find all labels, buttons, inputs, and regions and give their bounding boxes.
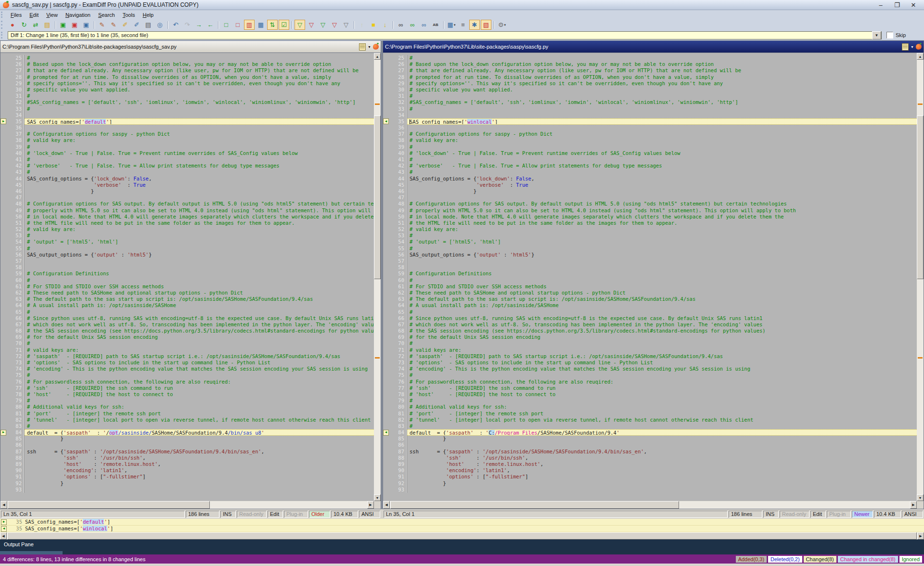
- menu-navigation[interactable]: Navigation: [62, 11, 94, 19]
- scroll-right-icon[interactable]: ▶: [917, 532, 924, 540]
- header-file-icon[interactable]: [359, 43, 366, 51]
- line-text[interactable]: [407, 442, 917, 448]
- menu-files[interactable]: Files: [7, 11, 26, 19]
- scroll-right-icon[interactable]: ▶: [910, 501, 917, 509]
- line-text[interactable]: # 'options' - SAS options to include in …: [25, 360, 374, 366]
- line-text[interactable]: # Additional valid keys for ssh:: [407, 404, 917, 410]
- next-change-icon[interactable]: ↓: [380, 20, 390, 30]
- menu-edit[interactable]: Edit: [26, 11, 42, 19]
- diff-dropdown-icon[interactable]: ▼: [872, 31, 881, 39]
- detail-hscroll-thumb[interactable]: [7, 532, 917, 540]
- line-text[interactable]: # 'output' = ['html5', 'html']: [25, 239, 374, 245]
- recompare-both-icon[interactable]: ⇄: [30, 20, 41, 30]
- line-text[interactable]: #: [25, 55, 374, 61]
- status-edit[interactable]: Edit: [810, 511, 826, 518]
- line-text[interactable]: default = {'saspath' : '/opt/sasinside/S…: [25, 429, 374, 436]
- line-text[interactable]: # valid key are:: [25, 226, 374, 232]
- menu-tools[interactable]: Tools: [119, 11, 139, 19]
- line-text[interactable]: # for the default Unix SAS session encod…: [407, 334, 917, 340]
- line-text[interactable]: # Configuration options for saspy - pyth…: [25, 131, 374, 137]
- line-text[interactable]: # A usual install path is: /opt/sasinsid…: [25, 302, 374, 309]
- view-layout-icon[interactable]: ▦▾: [446, 20, 457, 30]
- line-text[interactable]: #: [407, 156, 917, 163]
- show-identical-icon[interactable]: □: [221, 20, 231, 30]
- line-text[interactable]: #: [407, 144, 917, 150]
- output-pane-tab[interactable]: [0, 551, 63, 554]
- line-text[interactable]: # These need path to SASHome and optiona…: [407, 290, 917, 296]
- diff-marker-tick[interactable]: [918, 357, 923, 359]
- plugins-icon[interactable]: ✱: [469, 20, 480, 30]
- line-text[interactable]: # 'verbose' - True | False. True = Allow…: [407, 163, 917, 169]
- line-text[interactable]: # For STDIO and STDIO over SSH access me…: [407, 283, 917, 290]
- line-text[interactable]: # 'tunnel' - [integer] local port to ope…: [407, 417, 917, 423]
- line-text[interactable]: 'options' : ["-fullstimer"]: [407, 474, 917, 480]
- second-hscrollbar[interactable]: ◀ ▶: [383, 501, 917, 509]
- status-edit[interactable]: Edit: [268, 511, 283, 518]
- line-text[interactable]: 'ssh' : '/usr/bin/ssh',: [407, 455, 917, 461]
- diff-arrow-right-icon[interactable]: ▶: [0, 430, 6, 436]
- line-text[interactable]: # in local mode. Note that HTML 4.0 will…: [407, 214, 917, 220]
- line-text[interactable]: # that are defined already. Any necessar…: [407, 67, 917, 74]
- line-text[interactable]: [407, 487, 917, 493]
- diff-combo-box[interactable]: Diff 1: Change 1 line (35, first file) t…: [8, 31, 882, 39]
- print-preview-icon[interactable]: ◎: [154, 20, 165, 30]
- line-text[interactable]: # valid key are:: [407, 226, 917, 232]
- line-text[interactable]: [407, 125, 917, 131]
- line-text[interactable]: 'encoding': 'latin1',: [407, 467, 917, 474]
- line-text[interactable]: #SAS_config_names = ['default', 'ssh', '…: [407, 99, 917, 105]
- legend-changed-8-[interactable]: Changed(8): [804, 556, 836, 563]
- line-text[interactable]: }: [25, 480, 374, 487]
- line-text[interactable]: # 'encoding' - This is the python encodi…: [407, 366, 917, 372]
- line-text[interactable]: # Configuration options for saspy - pyth…: [407, 131, 917, 137]
- line-text[interactable]: # Configuration Definitions: [407, 270, 917, 277]
- legend-added-0-3-[interactable]: Added(0,3): [736, 556, 767, 563]
- line-text[interactable]: # For passwordless ssh connection, the f…: [25, 379, 374, 385]
- show-different-icon[interactable]: □: [232, 20, 243, 30]
- prev-difference-icon[interactable]: ←: [205, 20, 216, 30]
- line-text[interactable]: #: [407, 93, 917, 99]
- line-text[interactable]: #: [25, 106, 374, 112]
- scroll-right-icon[interactable]: ▶: [367, 501, 374, 509]
- diff-arrow-right-icon[interactable]: ▶: [0, 118, 6, 124]
- scroll-down-icon[interactable]: ▼: [917, 494, 924, 501]
- line-text[interactable]: [25, 194, 374, 201]
- line-text[interactable]: #: [407, 106, 917, 112]
- line-text[interactable]: }: [25, 188, 374, 194]
- line-text[interactable]: }: [407, 480, 917, 487]
- legend-deleted-0-2-[interactable]: Deleted(0,2): [768, 556, 802, 563]
- line-text[interactable]: # 'port' - [integer] the remote ssh port: [25, 411, 374, 417]
- header-app-icon[interactable]: [916, 44, 922, 50]
- redo-icon[interactable]: ↷: [182, 20, 192, 30]
- line-text[interactable]: #: [407, 232, 917, 239]
- scroll-up-icon[interactable]: ▲: [374, 53, 381, 60]
- line-text[interactable]: 'verbose' : True: [407, 182, 917, 188]
- line-text[interactable]: [407, 264, 917, 270]
- print-icon[interactable]: ▤: [143, 20, 154, 30]
- sync-scroll-icon[interactable]: ⇅: [267, 20, 278, 30]
- line-text[interactable]: 'ssh' : '/usr/bin/ssh',: [25, 455, 374, 461]
- find-icon[interactable]: ∞: [396, 20, 406, 30]
- line-text[interactable]: # A usual install path is: /opt/sasinsid…: [407, 302, 917, 309]
- line-text[interactable]: # valid key are:: [25, 137, 374, 143]
- diff-arrow-left-icon[interactable]: ◀: [383, 430, 389, 436]
- line-text[interactable]: # Configuration options for SAS output. …: [25, 201, 374, 207]
- menu-view[interactable]: View: [42, 11, 62, 19]
- save-first-icon[interactable]: ▣: [58, 20, 68, 30]
- line-text[interactable]: # prompted for at run time. To dissallow…: [25, 74, 374, 80]
- line-text[interactable]: # 'saspath' - [REQUIRED] path to SAS sta…: [25, 353, 374, 360]
- save-second-icon[interactable]: ▣: [69, 20, 80, 30]
- second-vscrollbar[interactable]: ▲ ▼: [917, 53, 924, 501]
- status-read-only[interactable]: Read-only: [780, 511, 809, 518]
- line-text[interactable]: # specify options=''. This way it's spec…: [407, 80, 917, 87]
- diff-arrow-left-icon[interactable]: ◀: [1, 526, 7, 532]
- header-file-icon[interactable]: [902, 43, 909, 51]
- line-text[interactable]: # 'port' - [integer] the remote ssh port: [407, 411, 917, 417]
- show-options-icon[interactable]: ☑: [279, 20, 289, 30]
- line-text[interactable]: # the SAS session encoding (see https://…: [407, 328, 917, 334]
- line-text[interactable]: #: [25, 232, 374, 239]
- line-text[interactable]: #: [407, 169, 917, 175]
- line-text[interactable]: # The default path to the sas start up s…: [407, 296, 917, 302]
- line-text[interactable]: # Configuration options for SAS output. …: [407, 201, 917, 207]
- line-text[interactable]: # The default path to the sas start up s…: [25, 296, 374, 302]
- line-text[interactable]: SAS_config_names=['winlocal']: [407, 118, 917, 125]
